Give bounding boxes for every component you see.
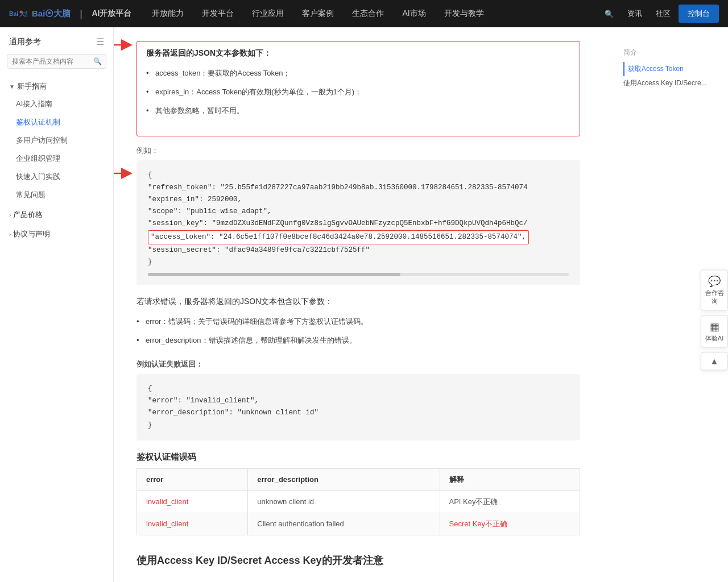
sidebar-section-pricing: › 产品价格 [0, 206, 113, 223]
error-param-1: error：错误码；关于错误码的详细信息请参考下方鉴权认证错误码。 [136, 313, 580, 331]
error-table-body: invalid_client unknown client id API Key… [137, 490, 580, 535]
sidebar-section-agreement-header[interactable]: › 协议与声明 [0, 226, 113, 243]
float-consult-btn[interactable]: 💬 合作咨询 [701, 270, 728, 311]
cb2-line4: } [148, 419, 569, 431]
col-error: error [137, 468, 248, 490]
consult-label: 合作咨询 [705, 289, 724, 305]
chevron-right-icon: › [9, 212, 11, 218]
error-table-title: 鉴权认证错误码 [136, 452, 580, 463]
code-line-1: { [148, 169, 569, 181]
code-highlight-line: "access_token": "24.6c5e1ff107f0e8bcef8c… [148, 230, 529, 244]
logo-divider: | [80, 8, 82, 20]
code-line-7: "session_secret": "dfac94a3489fe9fca7c32… [148, 244, 569, 256]
cb2-line3: "error_description": "unknown client id" [148, 407, 569, 419]
sidebar-item-multi-user[interactable]: 多用户访问控制 [0, 131, 113, 149]
search-icon: 🔍 [605, 10, 614, 18]
sidebar-header: 通用参考 ☰ [0, 36, 113, 54]
toc-intro[interactable]: 简介 [623, 48, 719, 57]
sidebar-item-quick-start[interactable]: 快速入门实践 [0, 168, 113, 186]
param-others: 其他参数忽略，暂时不用。 [146, 102, 570, 120]
nav-zixun[interactable]: 资讯 [622, 0, 648, 27]
nav-item-kaifa[interactable]: 开发平台 [193, 0, 243, 27]
nav-item-kaifang[interactable]: 开放能力 [143, 0, 193, 27]
scrollbar-thumb[interactable] [148, 273, 400, 276]
param-items: access_token：要获取的Access Token； expires_i… [146, 64, 570, 120]
baidu-logo-icon: Bai 大脑 [9, 5, 27, 23]
params-list: 服务器返回的JSON文本参数如下： access_token：要获取的Acces… [146, 48, 570, 120]
sidebar-item-org-mgmt[interactable]: 企业组织管理 [0, 149, 113, 168]
code-line-4: "scope": "public wise_adapt", [148, 206, 569, 218]
example-label-1: 例如： [136, 146, 580, 156]
svg-text:Bai: Bai [9, 11, 18, 17]
error-table-section: 鉴权认证错误码 error error_description 解释 inval… [136, 452, 580, 535]
col-explanation: 解释 [440, 468, 580, 490]
description-highlight-box: 服务器返回的JSON文本参数如下： access_token：要获取的Acces… [136, 41, 580, 136]
main-content: 服务器返回的JSON文本参数如下： access_token：要获取的Acces… [114, 27, 728, 582]
nav-item-hangye[interactable]: 行业应用 [243, 0, 293, 27]
arrow-1 [114, 36, 134, 53]
code-block-1-wrapper: { "refresh_token": "25.b55fe1d287227ca97… [136, 160, 580, 285]
right-float-sidebar: 💬 合作咨询 ▦ 体验AI ▲ [701, 270, 728, 371]
chat-icon: 💬 [704, 275, 725, 288]
cell-exp-1: API Key不正确 [440, 490, 580, 513]
sidebar-search[interactable]: 🔍 [7, 54, 106, 69]
col-description: error_description [248, 468, 440, 490]
sidebar-item-faq[interactable]: 常见问题 [0, 186, 113, 204]
sidebar-item-ai-access[interactable]: AI接入指南 [0, 95, 113, 113]
sidebar-section-pricing-header[interactable]: › 产品价格 [0, 206, 113, 223]
sidebar-section-beginner: ▼ 新手指南 AI接入指南 鉴权认证机制 多用户访问控制 企业组织管理 快速入门… [0, 78, 113, 204]
param-expires-in: expires_in：Access Token的有效期(秒为单位，一般为1个月)… [146, 83, 570, 102]
cb2-line2: "error": "invalid_client", [148, 395, 569, 407]
chevron-right-icon-2: › [9, 231, 11, 238]
nav-item-kaifajiaoxue[interactable]: 开发与教学 [435, 0, 493, 27]
logo-text: Bai⦿大脑 [32, 9, 71, 19]
table-row-2: invalid_client Client authentication fai… [137, 513, 580, 535]
float-up-btn[interactable]: ▲ [701, 352, 728, 371]
nav-item-kehu[interactable]: 客户案例 [293, 0, 343, 27]
error-param-2: error_description：错误描述信息，帮助理解和解决发生的错误。 [136, 331, 580, 350]
code-line-3: "expires_in": 2592000, [148, 194, 569, 206]
sidebar: 通用参考 ☰ 🔍 ▼ 新手指南 AI接入指南 鉴权认证机制 多用户访问控制 企业… [0, 27, 114, 582]
svg-text:大脑: 大脑 [19, 11, 27, 17]
nav-item-aimarket[interactable]: AI市场 [393, 0, 435, 27]
sidebar-section-pricing-label: 产品价格 [13, 210, 43, 220]
cell-desc-1: unknown client id [248, 490, 440, 513]
code-line-6: "access_token": "24.6c5e1ff107f0e8bcef8c… [148, 230, 569, 244]
right-toc: 简介 获取Access Token 使用Access Key ID/Secre.… [614, 39, 728, 99]
sidebar-menu-icon[interactable]: ☰ [96, 36, 104, 47]
nav-item-shengtai[interactable]: 生态合作 [343, 0, 393, 27]
sidebar-section-label: 新手指南 [17, 81, 47, 92]
search-input[interactable] [7, 54, 106, 69]
search-button[interactable]: 🔍 [599, 0, 619, 27]
cell-error-2: invalid_client [137, 513, 248, 535]
cell-error-1: invalid_client [137, 490, 248, 513]
code-block-2: { "error": "invalid_client", "error_desc… [136, 374, 580, 440]
scrollbar-track[interactable] [148, 273, 569, 276]
chevron-down-icon: ▼ [9, 84, 15, 90]
error-table-head: error error_description 解释 [137, 468, 580, 490]
code-line-8: } [148, 256, 569, 268]
code-line-5: "session_key": "9mzdDZXu3dENdFZQunfg0Vz8… [148, 218, 569, 230]
cell-desc-2: Client authentication failed [248, 513, 440, 535]
param-access-token: access_token：要获取的Access Token； [146, 64, 570, 83]
table-row-1: invalid_client unknown client id API Key… [137, 490, 580, 513]
description-note-wrapper: 服务器返回的JSON文本参数如下： access_token：要获取的Acces… [136, 41, 580, 136]
sidebar-section-agreement: › 协议与声明 [0, 226, 113, 243]
up-icon: ▲ [710, 356, 719, 367]
page-layout: 通用参考 ☰ 🔍 ▼ 新手指南 AI接入指南 鉴权认证机制 多用户访问控制 企业… [0, 27, 728, 582]
toc-access-token[interactable]: 获取Access Token [623, 62, 719, 76]
sidebar-item-auth[interactable]: 鉴权认证机制 [0, 113, 113, 131]
cell-exp-2: Secret Key不正确 [440, 513, 580, 535]
code-line-2: "refresh_token": "25.b55fe1d287227ca97aa… [148, 182, 569, 194]
nav-shequ[interactable]: 社区 [650, 0, 676, 27]
error-section: 若请求错误，服务器将返回的JSON文本包含以下参数： error：错误码；关于错… [136, 297, 580, 440]
search-icon: 🔍 [93, 57, 102, 65]
arrow-2 [114, 165, 134, 182]
float-experience-btn[interactable]: ▦ 体验AI [701, 315, 728, 348]
error-example-label: 例如认证失败返回： [136, 359, 580, 369]
toc-access-key[interactable]: 使用Access Key ID/Secre... [623, 76, 719, 90]
sidebar-section-beginner-header[interactable]: ▼ 新手指南 [0, 78, 113, 95]
logo[interactable]: Bai 大脑 Bai⦿大脑 | AI开放平台 [9, 5, 131, 23]
sidebar-title: 通用参考 [9, 37, 41, 47]
nav-kongzhitai[interactable]: 控制台 [679, 5, 719, 23]
